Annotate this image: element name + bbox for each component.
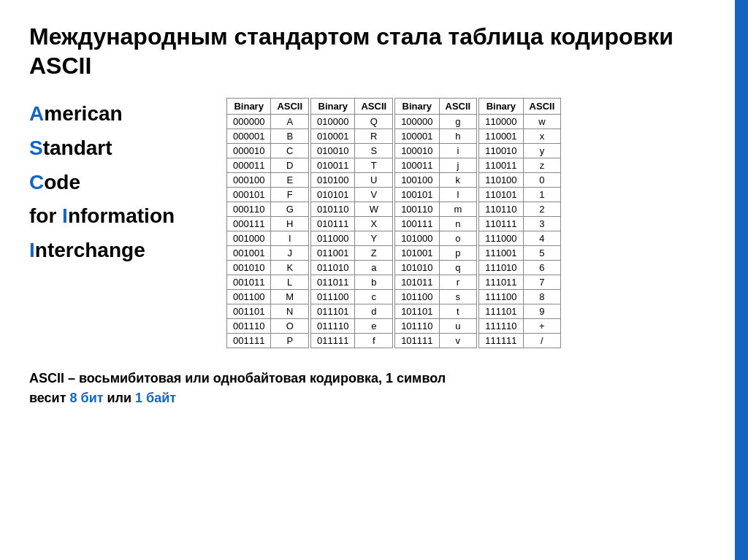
table-cell: 001000 (227, 231, 271, 246)
footer-highlight-bits: 8 бит (70, 391, 104, 405)
table-cell: s (439, 290, 477, 304)
table-row: 1111019 (479, 304, 561, 319)
table-cell: q (439, 261, 477, 275)
table-cell: B (271, 129, 309, 144)
table-row: 001011L (227, 275, 309, 290)
table-cell: w (523, 115, 561, 129)
table-row: 001101N (227, 304, 309, 319)
table-cell: 101101 (395, 304, 439, 319)
table-row: 011100c (311, 290, 393, 304)
acronym-section: American Standart Code for Information I… (29, 98, 205, 269)
table-cell: S (355, 144, 393, 158)
table-cell: R (355, 129, 393, 144)
table-cell: c (355, 290, 393, 304)
table-cell: 010010 (311, 144, 355, 158)
right-decoration-bar (735, 0, 748, 560)
table-cell: 1 (523, 188, 561, 202)
acronym-letter-S: S (29, 137, 43, 159)
acronym-letter-I1: I (62, 204, 68, 227)
table-cell: l (439, 188, 477, 202)
table-cell: h (439, 129, 477, 144)
table-row: 001001J (227, 246, 309, 261)
table-cell: y (523, 144, 561, 158)
table-row: 1110106 (479, 261, 561, 275)
table4-header-ascii: ASCII (523, 99, 561, 115)
table-cell: Q (355, 115, 393, 129)
table-row: 100010i (395, 144, 477, 158)
table-cell: 2 (523, 202, 561, 217)
table-cell: 011110 (311, 319, 355, 334)
table-cell: n (439, 217, 477, 231)
acronym-line-5: Interchange (29, 234, 205, 267)
table-cell: 111101 (479, 304, 523, 319)
table-cell: 111111 (479, 334, 523, 348)
table-cell: 011010 (311, 261, 355, 275)
table-cell: 101001 (395, 246, 439, 261)
main-content: American Standart Code for Information I… (29, 98, 719, 348)
table-cell: 100101 (395, 188, 439, 202)
table-cell: N (271, 304, 309, 319)
table-2: Binary ASCII 010000Q010001R010010S010011… (310, 98, 393, 348)
table-cell: 4 (523, 231, 561, 246)
table-row: 1101113 (479, 217, 561, 231)
table-row: 100011j (395, 158, 477, 173)
table3-header-ascii: ASCII (439, 99, 477, 115)
table-cell: 111110 (479, 319, 523, 334)
table4-header-binary: Binary (479, 99, 523, 115)
acronym-line-2: Standart (29, 132, 205, 165)
acronym-rest-3: ode (44, 171, 80, 193)
table-cell: 011111 (311, 334, 355, 348)
table-row: 010010S (311, 144, 393, 158)
footer-highlight-byte: 1 байт (135, 391, 176, 405)
table-cell: / (523, 334, 561, 348)
table-3: Binary ASCII 100000g100001h100010i100011… (394, 98, 477, 348)
table1-header-binary: Binary (227, 99, 271, 115)
table-row: 010111X (311, 217, 393, 231)
table-row: 101000o (395, 231, 477, 246)
table-cell: 111100 (479, 290, 523, 304)
table-row: 111111/ (479, 334, 561, 348)
table-cell: 110100 (479, 173, 523, 188)
table-cell: 110000 (479, 115, 523, 129)
table-cell: t (439, 304, 477, 319)
table-cell: 001011 (227, 275, 271, 290)
table-row: 011011b (311, 275, 393, 290)
table-row: 1110004 (479, 231, 561, 246)
table-cell: 000000 (227, 115, 271, 129)
table-row: 010110W (311, 202, 393, 217)
table-cell: b (355, 275, 393, 290)
table-cell: 001101 (227, 304, 271, 319)
footer-line-1: ASCII – восьмибитовая или однобайтовая к… (29, 369, 719, 388)
table-cell: 100001 (395, 129, 439, 144)
table-cell: 100111 (395, 217, 439, 231)
table-row: 011001Z (311, 246, 393, 261)
table-cell: F (271, 188, 309, 202)
table-row: 001111P (227, 334, 309, 348)
table-cell: 110101 (479, 188, 523, 202)
table-cell: 5 (523, 246, 561, 261)
table-cell: 010100 (311, 173, 355, 188)
footer-line-2: весит 8 бит или 1 байт (29, 388, 719, 408)
table-row: 100000g (395, 115, 477, 129)
table-row: 101111v (395, 334, 477, 348)
table-cell: W (355, 202, 393, 217)
table-cell: 001110 (227, 319, 271, 334)
table-row: 010011T (311, 158, 393, 173)
acronym-rest-4: nformation (68, 204, 175, 227)
acronym-letter-A: A (29, 102, 44, 125)
table-row: 1110117 (479, 275, 561, 290)
table-cell: 101011 (395, 275, 439, 290)
acronym-rest-1: merican (44, 102, 122, 125)
table-row: 1111008 (479, 290, 561, 304)
table-cell: G (271, 202, 309, 217)
table-row: 001110O (227, 319, 309, 334)
acronym-rest-5: nterchange (35, 239, 145, 261)
table-row: 000100E (227, 173, 309, 188)
table-row: 110001x (479, 129, 561, 144)
table-row: 100101l (395, 188, 477, 202)
table-cell: 3 (523, 217, 561, 231)
acronym-letter-C: C (29, 171, 44, 193)
table-row: 100100k (395, 173, 477, 188)
table-cell: 0 (523, 173, 561, 188)
table-row: 1101000 (479, 173, 561, 188)
